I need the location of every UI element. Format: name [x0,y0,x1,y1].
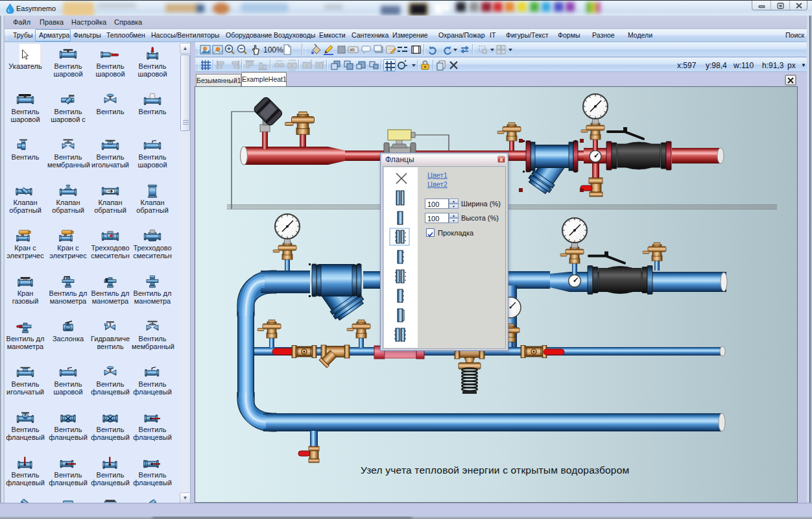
svg-text:ab: ab [350,47,355,52]
